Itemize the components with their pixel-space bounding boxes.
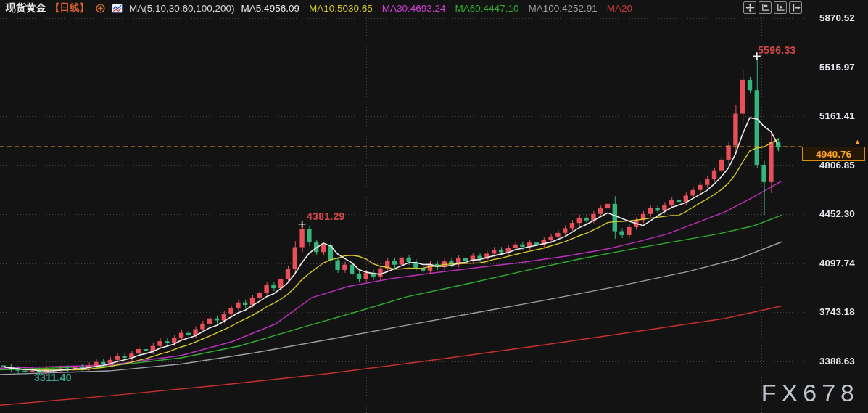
goto-latest-icon[interactable] (789, 1, 802, 14)
axis-tick-label: 3743.18 (819, 306, 866, 318)
add-compare-icon[interactable] (96, 4, 105, 13)
axis-tick-label: 5515.97 (819, 62, 866, 73)
timeframe-label: 【日线】 (50, 1, 89, 15)
ma-legend-item: MA30:4693.24 (382, 3, 446, 14)
axis-tick-label: 4452.30 (819, 208, 866, 220)
chart-window: 现货黄金 【日线】 MA(5,10,30,60,100,200) MA5:495… (0, 0, 868, 413)
axis-tick-label: 5161.41 (819, 110, 866, 122)
price-up-arrow-icon: ▲ (854, 139, 861, 145)
ma-settings-label[interactable]: MA(5,10,30,60,100,200) (129, 3, 235, 14)
price-axis[interactable]: 5870.525515.975161.414806.854452.304097.… (803, 0, 868, 413)
ma-legend-item: MA100:4252.91 (528, 3, 597, 14)
ma-legend: MA5:4956.09MA10:5030.65MA30:4693.24MA60:… (241, 3, 632, 14)
axis-tick-label: 4097.74 (819, 258, 866, 269)
last-price-value: 4940.76 (816, 149, 851, 160)
ma-legend-item: MA10:5030.65 (309, 3, 373, 14)
last-price-tag: 4940.76 (802, 147, 865, 161)
axis-tick-label: 5870.52 (819, 12, 866, 24)
symbol-title: 现货黄金 (6, 1, 46, 15)
chart-header: 现货黄金 【日线】 MA(5,10,30,60,100,200) MA5:495… (6, 1, 632, 15)
price-annotation: 3311.40 (34, 372, 72, 383)
chart-style-icon[interactable] (112, 4, 123, 13)
ma-legend-item: MA20 (607, 3, 632, 14)
axis-tick-label: 3388.63 (819, 356, 866, 367)
price-annotation: 4381.29 (307, 210, 345, 222)
axis-tick-label: 4806.85 (819, 160, 866, 171)
price-annotation: 5596.33 (758, 44, 796, 56)
ma-legend-item: MA5:4956.09 (241, 3, 299, 14)
ma-legend-item: MA60:4447.10 (455, 3, 519, 14)
pan-move-icon[interactable] (743, 1, 756, 14)
axis-scale-left-icon[interactable] (759, 1, 772, 14)
axis-scale-play-icon[interactable] (774, 1, 787, 14)
chart-toolbar (743, 1, 802, 14)
price-chart-canvas[interactable] (0, 0, 868, 413)
